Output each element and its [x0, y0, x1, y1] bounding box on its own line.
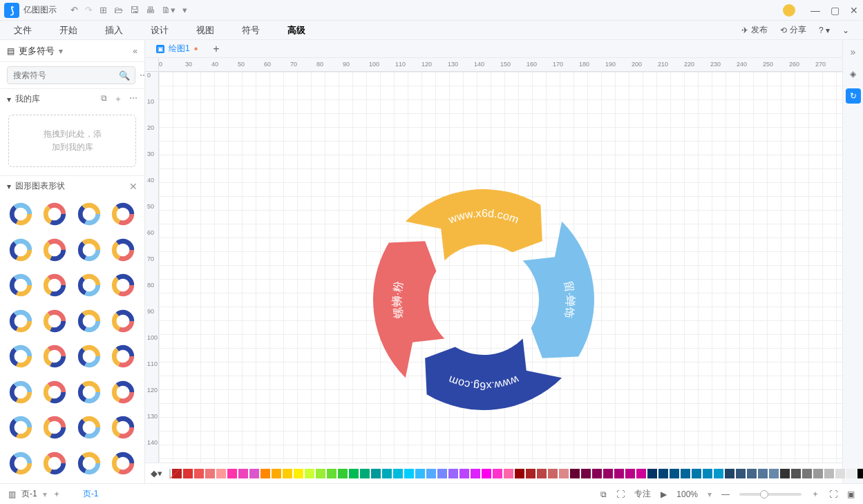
- zoom-in-button[interactable]: ＋: [811, 488, 819, 500]
- color-swatch[interactable]: [515, 469, 524, 478]
- color-swatch[interactable]: [692, 469, 701, 478]
- fullscreen-button[interactable]: ⛶: [616, 490, 625, 499]
- color-swatch[interactable]: [316, 469, 325, 478]
- mylib-dropzone[interactable]: 拖拽到此处，添 加到我的库: [8, 115, 136, 167]
- color-swatch[interactable]: [670, 469, 679, 478]
- shape-thumb[interactable]: [41, 307, 68, 335]
- shape-thumb[interactable]: [7, 200, 35, 228]
- color-swatch[interactable]: [559, 469, 569, 478]
- shape-thumb[interactable]: [109, 307, 137, 335]
- shape-thumb[interactable]: [75, 271, 103, 299]
- document-tab[interactable]: ▣ 绘图1 •: [151, 41, 203, 56]
- color-swatch[interactable]: [835, 469, 845, 478]
- color-swatch[interactable]: [426, 469, 436, 478]
- color-swatch[interactable]: [581, 469, 591, 478]
- history-button[interactable]: ↻: [846, 88, 861, 104]
- color-swatch[interactable]: [459, 469, 469, 478]
- color-swatch[interactable]: [703, 469, 712, 478]
- color-swatch[interactable]: [227, 469, 237, 478]
- color-swatch[interactable]: [725, 469, 734, 478]
- menu-home[interactable]: 开始: [59, 24, 77, 37]
- color-swatch[interactable]: [205, 469, 215, 478]
- color-swatch[interactable]: [647, 469, 657, 478]
- shape-thumb[interactable]: [109, 414, 137, 441]
- fit-button[interactable]: ⛶: [829, 490, 837, 499]
- shape-thumb[interactable]: [109, 378, 137, 406]
- color-swatch[interactable]: [283, 469, 292, 478]
- shapes-header[interactable]: ▾ 圆形图表形状 ✕: [0, 175, 144, 196]
- shape-thumb[interactable]: [41, 449, 68, 477]
- page-layout-button[interactable]: ▥: [8, 490, 16, 499]
- color-swatch[interactable]: [172, 469, 182, 478]
- shape-thumb[interactable]: [75, 378, 103, 406]
- menu-design[interactable]: 设计: [151, 24, 169, 37]
- color-swatch[interactable]: [791, 469, 801, 478]
- no-color-swatch[interactable]: [169, 469, 171, 478]
- color-swatch[interactable]: [471, 469, 480, 478]
- collapse-panel-button[interactable]: «: [133, 46, 137, 56]
- layers-button[interactable]: ⧉: [600, 490, 607, 499]
- save-button[interactable]: 🖫: [130, 5, 139, 15]
- menu-advanced[interactable]: 高级: [287, 24, 305, 37]
- shape-thumb[interactable]: [7, 271, 35, 299]
- color-swatch[interactable]: [824, 469, 834, 478]
- mylib-more-button[interactable]: ⋯: [129, 93, 137, 105]
- add-page-button[interactable]: ＋: [53, 488, 61, 500]
- page-label[interactable]: 页-1: [21, 488, 37, 500]
- color-swatch[interactable]: [813, 469, 823, 478]
- color-swatch[interactable]: [658, 469, 668, 478]
- color-swatch[interactable]: [382, 469, 392, 478]
- color-swatch[interactable]: [570, 469, 580, 478]
- menu-symbol[interactable]: 符号: [242, 24, 260, 37]
- color-swatch[interactable]: [294, 469, 303, 478]
- color-swatch[interactable]: [614, 469, 624, 478]
- color-swatch[interactable]: [216, 469, 226, 478]
- color-swatch[interactable]: [371, 469, 381, 478]
- color-swatch[interactable]: [183, 469, 193, 478]
- shape-thumb[interactable]: [109, 342, 137, 370]
- shape-thumb[interactable]: [75, 307, 103, 335]
- color-swatch[interactable]: [526, 469, 535, 478]
- color-swatch[interactable]: [448, 469, 458, 478]
- close-button[interactable]: ✕: [849, 5, 859, 16]
- minimize-button[interactable]: —: [810, 5, 820, 16]
- color-swatch[interactable]: [272, 469, 281, 478]
- play-button[interactable]: ▶: [661, 490, 667, 499]
- shape-thumb[interactable]: [7, 378, 35, 406]
- color-swatch[interactable]: [780, 469, 790, 478]
- color-swatch[interactable]: [714, 469, 723, 478]
- zoom-out-button[interactable]: —: [721, 490, 730, 499]
- canvas-viewport[interactable]: www.x6d.com留·蝉饰www.x6g.com螺蛳·粉: [159, 72, 842, 463]
- new-button[interactable]: ⊞: [99, 5, 107, 15]
- color-swatch[interactable]: [260, 469, 270, 478]
- menu-insert[interactable]: 插入: [105, 24, 123, 37]
- mylib-add-button[interactable]: ＋: [114, 93, 122, 105]
- shape-thumb[interactable]: [7, 307, 35, 335]
- zoom-value[interactable]: 100%: [676, 490, 698, 499]
- new-tab-button[interactable]: +: [209, 43, 223, 55]
- shape-thumb[interactable]: [7, 236, 35, 264]
- shape-thumb[interactable]: [109, 271, 137, 299]
- color-swatch[interactable]: [327, 469, 336, 478]
- sheet-tab[interactable]: 页-1: [83, 488, 99, 500]
- collapse-ribbon-button[interactable]: ⌄: [842, 26, 849, 35]
- color-swatch[interactable]: [846, 469, 856, 478]
- shape-thumb[interactable]: [109, 200, 137, 228]
- zoom-slider[interactable]: [739, 493, 802, 496]
- color-swatch[interactable]: [857, 469, 863, 478]
- shape-thumb[interactable]: [7, 414, 35, 441]
- color-swatch[interactable]: [360, 469, 370, 478]
- panel-title[interactable]: 更多符号: [19, 45, 55, 57]
- print-button[interactable]: 🖶: [146, 5, 155, 15]
- undo-button[interactable]: ↶: [70, 5, 78, 15]
- color-swatch[interactable]: [249, 469, 259, 478]
- color-swatch[interactable]: [305, 469, 314, 478]
- color-swatch[interactable]: [802, 469, 812, 478]
- export-button[interactable]: 🗎▾: [162, 5, 176, 15]
- color-swatch[interactable]: [404, 469, 414, 478]
- color-swatch[interactable]: [349, 469, 359, 478]
- shape-thumb[interactable]: [75, 200, 103, 228]
- color-swatch[interactable]: [393, 469, 403, 478]
- shape-thumb[interactable]: [41, 414, 68, 441]
- present-button[interactable]: ▣: [847, 490, 855, 499]
